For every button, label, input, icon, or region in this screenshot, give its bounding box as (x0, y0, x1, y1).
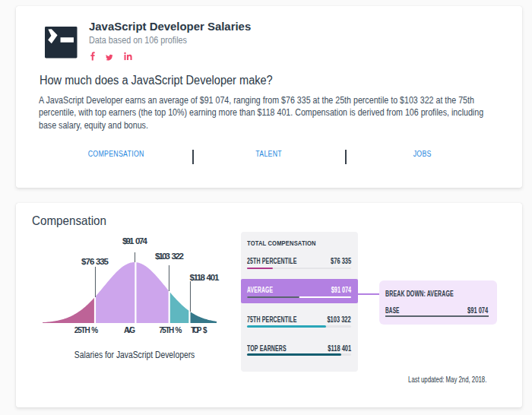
svg-text:$: $ (203, 326, 207, 334)
svg-text:Salaries for JavaScript Develo: Salaries for JavaScript Developers (74, 350, 195, 360)
svg-text:$118: $118 (190, 273, 206, 282)
svg-text:335: 335 (96, 257, 109, 266)
svg-text:%: % (91, 326, 98, 334)
svg-text:$91: $91 (122, 236, 135, 246)
svg-text:$76: $76 (81, 257, 95, 266)
svg-text:401: 401 (207, 273, 220, 282)
svg-text:25TH: 25TH (74, 326, 90, 334)
svg-text:75TH: 75TH (159, 326, 174, 334)
svg-text:AVG: AVG (124, 326, 135, 334)
svg-text:%: % (176, 326, 182, 334)
svg-text:074: 074 (135, 236, 148, 246)
svg-text:322: 322 (172, 252, 185, 261)
svg-text:$103: $103 (155, 252, 170, 261)
svg-text:TOP: TOP (191, 326, 202, 334)
